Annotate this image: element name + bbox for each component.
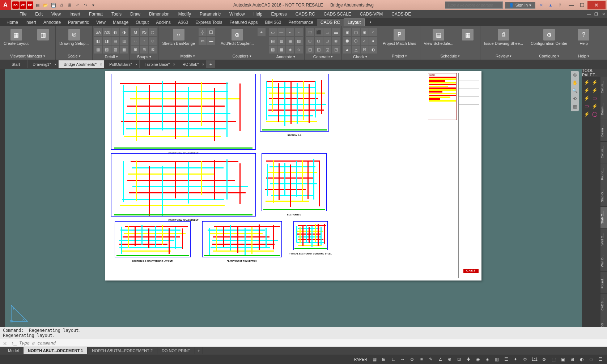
smallbtn-icon[interactable]: ▫	[295, 28, 303, 36]
palette-tab[interactable]: Colum...	[600, 142, 607, 163]
ribbontab-expresstools[interactable]: Express Tools	[192, 19, 226, 26]
smallbtn-icon[interactable]: ⊡	[323, 37, 331, 45]
layouttab-northabutmforcement2[interactable]: NORTH ABUTM...FORCEMENT 2	[88, 347, 157, 354]
smallbtn-icon[interactable]: ▩	[120, 46, 128, 53]
close-tab-icon[interactable]: ×	[100, 63, 102, 67]
ribbontab-performance[interactable]: Performance	[285, 19, 317, 26]
smallbtn-icon[interactable]: ⬡	[352, 37, 360, 45]
status-btn-4[interactable]: ⊙	[408, 355, 416, 363]
viewport-5[interactable]: PLAN VIEW OF FOUNDATION	[202, 221, 282, 257]
smallbtn-icon[interactable]: ▥	[120, 37, 128, 45]
filetab-drawing1[interactable]: Drawing1*×	[27, 60, 59, 68]
ribbontab-output[interactable]: Output	[132, 19, 152, 26]
exchange-icon[interactable]: ✕	[538, 1, 545, 9]
help-icon[interactable]: ?	[556, 1, 564, 9]
panel-title[interactable]: Generate	[306, 53, 340, 60]
panel-title[interactable]: Viewport Manager	[1, 52, 54, 60]
smallbtn-icon[interactable]: ▤	[269, 37, 277, 45]
menu-insert[interactable]: Insert	[65, 10, 85, 18]
ucs-icon[interactable]: YX	[9, 303, 29, 323]
minimize-button[interactable]: —	[566, 1, 577, 9]
smallbtn-icon[interactable]: ◨	[103, 37, 111, 45]
smallbtn-icon[interactable]: I/S	[140, 28, 148, 36]
smallbtn-icon[interactable]: ▩	[277, 46, 285, 53]
qat-de-icon[interactable]: DE	[27, 1, 33, 9]
qat-new-icon[interactable]: ▤	[34, 1, 41, 9]
smallbtn-icon[interactable]: I/20	[103, 28, 111, 36]
status-btn-15[interactable]: ✦	[511, 355, 520, 363]
palette-tab[interactable]: Beam ...	[600, 120, 607, 142]
qat-plot-icon[interactable]: 🖶	[66, 1, 73, 9]
smallbtn-icon[interactable]: ⬛	[315, 28, 323, 36]
palette-tool-icon[interactable]: ⚡	[591, 79, 598, 85]
smallbtn-icon[interactable]: ⬚	[306, 28, 314, 36]
menu-draw[interactable]: Draw	[126, 10, 145, 18]
status-btn-11[interactable]: ◉	[474, 355, 482, 363]
close-button[interactable]: ✕	[587, 1, 606, 9]
status-btn-18[interactable]: ⊗	[540, 355, 548, 363]
status-btn-8[interactable]: ⊕	[445, 355, 454, 363]
smallbtn-icon[interactable]: ◲	[323, 46, 331, 53]
ribbontab-manage[interactable]: Manage	[109, 19, 132, 26]
zoom-icon[interactable]: 🔍	[572, 88, 578, 94]
ribbontab-annotate[interactable]: Annotate	[40, 19, 64, 26]
smallbtn-icon[interactable]: ▥	[277, 37, 285, 45]
new-tab-button[interactable]: +	[207, 60, 215, 68]
palette-tab[interactable]: Slab O...	[600, 185, 607, 207]
smallbtn-icon[interactable]: ▭	[323, 28, 331, 36]
status-btn-22[interactable]: ◐	[577, 355, 586, 363]
smallbtn-icon[interactable]: ▤	[111, 37, 119, 45]
status-btn-23[interactable]: ▭	[587, 355, 595, 363]
smallbtn-icon[interactable]: ⊟	[140, 46, 148, 53]
panel-title[interactable]: Detail	[94, 53, 128, 60]
panel-title[interactable]: Couplers	[218, 52, 266, 60]
smallbtn-icon[interactable]: ⊠	[332, 37, 340, 45]
status-btn-21[interactable]: ⊞	[568, 355, 577, 363]
orbit-icon[interactable]: ⟲	[572, 96, 578, 102]
smallbtn-icon[interactable]: ⊞	[306, 37, 314, 45]
viewport-3[interactable]: SECTION B-B	[262, 153, 327, 211]
panel-title[interactable]: Project	[381, 52, 419, 60]
smallbtn-icon[interactable]: ▣	[343, 28, 351, 36]
btn-configurationcenter[interactable]: ⚙Configuration Center	[529, 28, 570, 46]
smallbtn-icon[interactable]: ◑	[120, 28, 128, 36]
doc-restore-icon[interactable]: ❐	[593, 12, 600, 17]
smallbtn-icon[interactable]: ▦	[286, 37, 294, 45]
space-indicator[interactable]: PAPER	[352, 357, 369, 361]
palette-tool-icon[interactable]: ⚡	[583, 87, 590, 93]
viewport-1[interactable]: SECTION A-A	[260, 74, 329, 132]
menu-help[interactable]: Help	[249, 10, 267, 18]
command-input[interactable]	[19, 341, 607, 346]
btn-projectmatchbars[interactable]: PProject Match Bars	[381, 28, 419, 46]
ribbontab-addins[interactable]: Add-ins	[152, 19, 174, 26]
menu-dimension[interactable]: Dimension	[145, 10, 174, 18]
palette-tab[interactable]: Beam ...	[600, 98, 607, 120]
app-logo[interactable]: A	[0, 0, 11, 10]
smallbtn-icon[interactable]: ⊞	[131, 46, 139, 53]
layouttab-model[interactable]: Model	[4, 347, 24, 354]
ribbontab-cadsrc[interactable]: CADS RC	[317, 19, 344, 26]
panel-title[interactable]: Configure	[529, 52, 570, 60]
filetab-pulloutbars[interactable]: PullOutBars*×	[104, 60, 140, 68]
status-btn-9[interactable]: ⊡	[455, 355, 463, 363]
menu-view[interactable]: View	[47, 10, 65, 18]
qat-open-icon[interactable]: 📂	[42, 1, 49, 9]
smallbtn-icon[interactable]: ╬	[199, 28, 207, 36]
status-btn-5[interactable]: ≡	[417, 355, 426, 363]
qat-vpm-icon[interactable]: VP	[20, 1, 26, 9]
status-btn-17[interactable]: 1:1	[530, 355, 539, 363]
smallbtn-icon[interactable]: —	[277, 28, 285, 36]
viewport-4[interactable]: SECTION C-C (STARTER BAR LAYOUT)	[115, 221, 191, 257]
btn-[interactable]: ▦	[457, 28, 479, 41]
palette-tool-icon[interactable]: ⚡	[583, 79, 590, 85]
status-btn-24[interactable]: ☰	[596, 355, 605, 363]
panel-title[interactable]: Help	[573, 52, 594, 60]
smallbtn-icon[interactable]: ▬	[332, 28, 340, 36]
palette-tab[interactable]: Slab O...	[600, 207, 607, 228]
palette-tool-icon[interactable]: ⚡	[591, 103, 598, 109]
ribbontab-home[interactable]: Home	[3, 19, 22, 26]
smallbtn-icon[interactable]: ◰	[306, 46, 314, 53]
smallbtn-icon[interactable]: ◉	[361, 28, 369, 36]
smallbtn-icon[interactable]: ▦	[94, 46, 102, 53]
smallbtn-icon[interactable]: ⊟	[315, 37, 323, 45]
